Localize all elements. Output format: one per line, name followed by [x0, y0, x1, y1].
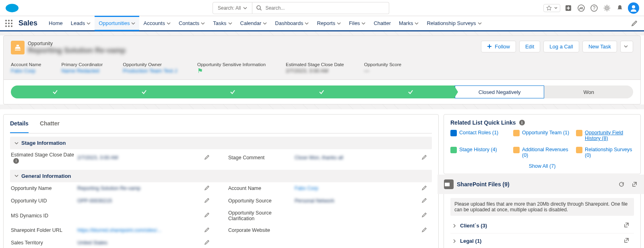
- chevron-down-icon: [263, 21, 267, 25]
- svg-point-7: [632, 5, 635, 8]
- chevron-down-icon: [624, 44, 628, 48]
- quick-link[interactable]: Contact Roles (1): [450, 130, 508, 141]
- path-step-complete[interactable]: [11, 85, 100, 98]
- edit-pencil-icon[interactable]: [204, 185, 214, 192]
- info-icon[interactable]: i: [13, 158, 19, 164]
- section-stage-information[interactable]: Stage Information: [10, 137, 432, 149]
- field-opportunity-source: Opportunity SourcePersonal Network: [227, 195, 432, 207]
- field-sales-territory: Sales TerritoryUnited States: [10, 237, 215, 248]
- chevron-down-icon: [201, 21, 205, 25]
- nav-opportunities[interactable]: Opportunities: [95, 16, 139, 31]
- quick-link[interactable]: Opportunity Team (1): [513, 130, 571, 141]
- trailhead-icon[interactable]: [576, 3, 586, 13]
- nav-accounts[interactable]: Accounts: [139, 16, 174, 31]
- field-opportunity-uid: Opportunity UIDOPP-00030215: [10, 195, 215, 207]
- nav-dashboards[interactable]: Dashboards: [271, 16, 313, 31]
- path-step-current[interactable]: Closed Negatively: [455, 85, 545, 98]
- quick-link[interactable]: Additional Revenues (0): [513, 147, 571, 158]
- check-icon: [141, 89, 147, 95]
- nav-contacts[interactable]: Contacts: [175, 16, 209, 31]
- external-link-icon[interactable]: [623, 222, 632, 229]
- favorites-menu[interactable]: [543, 4, 560, 12]
- setup-gear-icon[interactable]: [602, 3, 612, 13]
- app-launcher-icon[interactable]: [5, 19, 13, 27]
- svg-point-12: [8, 23, 10, 24]
- edit-button[interactable]: Edit: [519, 41, 540, 52]
- path-step-complete[interactable]: [277, 85, 366, 98]
- chevron-down-icon: [87, 21, 91, 25]
- nav-chatter[interactable]: Chatter: [369, 16, 395, 31]
- chevron-down-icon: [478, 21, 482, 25]
- salesforce-logo: [5, 3, 19, 13]
- log-call-button[interactable]: Log a Call: [543, 41, 579, 52]
- edit-pencil-icon[interactable]: [421, 212, 431, 219]
- show-all-link[interactable]: Show All (7): [529, 163, 556, 169]
- chevron-down-icon: [131, 21, 135, 25]
- path-step-complete[interactable]: [188, 85, 277, 98]
- edit-pencil-icon[interactable]: [204, 154, 214, 161]
- info-icon[interactable]: i: [519, 120, 525, 125]
- nav-calendar[interactable]: Calendar: [236, 16, 271, 31]
- opportunity-object-icon: [11, 41, 25, 54]
- svg-point-8: [5, 20, 7, 21]
- tab-details[interactable]: Details: [10, 115, 29, 133]
- edit-pencil-icon[interactable]: [421, 185, 431, 192]
- external-link-icon[interactable]: [623, 238, 632, 244]
- edit-pencil-icon[interactable]: [204, 227, 214, 234]
- nav-marks[interactable]: Marks: [395, 16, 423, 31]
- help-icon[interactable]: ?: [589, 3, 599, 13]
- section-general-information[interactable]: General Information: [10, 170, 432, 182]
- svg-rect-17: [445, 183, 450, 186]
- edit-pencil-icon[interactable]: [204, 240, 214, 246]
- edit-pencil-icon[interactable]: [421, 198, 431, 204]
- global-search-input[interactable]: [265, 5, 385, 11]
- chevron-right-icon: [452, 239, 457, 244]
- quick-link[interactable]: Stage History (4): [450, 147, 508, 158]
- more-actions-dropdown[interactable]: [620, 41, 633, 52]
- quick-links-title: Related List Quick Links i: [450, 119, 634, 126]
- user-avatar[interactable]: [628, 2, 639, 14]
- nav-tasks[interactable]: Tasks: [209, 16, 236, 31]
- new-task-button[interactable]: New Task: [582, 41, 617, 52]
- edit-pencil-icon[interactable]: [421, 154, 431, 161]
- add-icon[interactable]: [564, 3, 573, 13]
- nav-reports[interactable]: Reports: [313, 16, 345, 31]
- svg-point-16: [11, 25, 12, 27]
- chevron-down-icon: [167, 21, 171, 25]
- edit-pencil-icon[interactable]: [204, 212, 214, 219]
- chevron-down-icon: [337, 21, 341, 25]
- sp-folder[interactable]: Client`s (3): [450, 218, 634, 233]
- path-step-future[interactable]: Won: [544, 85, 633, 98]
- notifications-bell-icon[interactable]: [615, 3, 625, 13]
- object-label: Opportunity: [28, 41, 126, 46]
- quick-link[interactable]: Relationship Surveys (0): [576, 147, 634, 158]
- quick-link[interactable]: Opportunity Field History (8): [576, 130, 634, 141]
- nav-files[interactable]: Files: [345, 16, 369, 31]
- nav-relationship-surveys[interactable]: Relationship Surveys: [423, 16, 485, 31]
- external-link-icon[interactable]: [632, 181, 637, 187]
- svg-point-11: [5, 23, 7, 24]
- check-icon: [318, 89, 325, 95]
- edit-pencil-icon[interactable]: [204, 198, 214, 204]
- nav-leads[interactable]: Leads: [67, 16, 95, 31]
- follow-button[interactable]: Follow: [481, 41, 516, 52]
- path-step-complete[interactable]: [366, 85, 455, 98]
- header-field-opportunity-sensitive-information: Opportunity Sensitive Information⚑: [197, 62, 266, 75]
- app-name: Sales: [19, 19, 37, 27]
- svg-point-15: [8, 25, 10, 27]
- field-opportunity-name: Opportunity NameReporting Solution Re-va…: [10, 182, 215, 195]
- search-scope-dropdown[interactable]: Search: All: [213, 2, 252, 14]
- svg-point-10: [11, 20, 12, 21]
- nav-home[interactable]: Home: [45, 16, 67, 31]
- edit-nav-pencil-icon[interactable]: [630, 19, 639, 28]
- tab-chatter[interactable]: Chatter: [40, 115, 60, 133]
- flag-icon: ⚑: [197, 67, 266, 75]
- path-step-complete[interactable]: [100, 85, 189, 98]
- check-icon: [229, 89, 236, 95]
- edit-pencil-icon[interactable]: [421, 227, 431, 234]
- sp-folder[interactable]: Legal (1): [450, 233, 634, 248]
- field-corporate-website: Corporate Website: [227, 224, 432, 237]
- refresh-icon[interactable]: [619, 181, 624, 187]
- chevron-down-icon: [305, 21, 309, 25]
- chevron-down-icon: [361, 21, 365, 25]
